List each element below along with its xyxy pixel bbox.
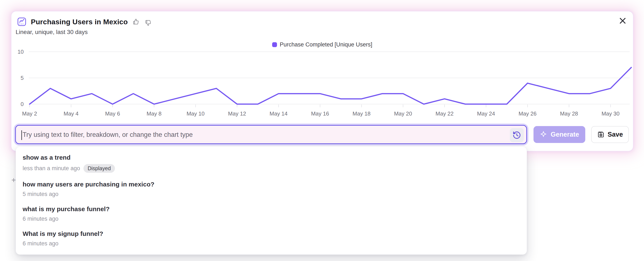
thumbs-down-button[interactable] — [144, 18, 152, 26]
generate-label: Generate — [550, 131, 579, 138]
history-button[interactable] — [510, 128, 524, 142]
history-query: show as a trend — [22, 154, 518, 161]
history-query: What is my signup funnel? — [22, 230, 518, 237]
history-timestamp: 5 minutes ago — [22, 191, 58, 198]
sparkle-icon — [540, 131, 547, 138]
prompt-row: Generate Save — [12, 125, 633, 144]
svg-text:May 20: May 20 — [394, 110, 412, 117]
status-badge: Displayed — [84, 164, 115, 173]
save-icon — [597, 131, 605, 138]
partial-plus-button[interactable]: + — [12, 176, 16, 185]
generate-button[interactable]: Generate — [534, 126, 585, 143]
page-title: Purchasing Users in Mexico — [31, 18, 128, 26]
prompt-input[interactable] — [22, 126, 502, 143]
svg-text:May 14: May 14 — [270, 110, 288, 117]
history-icon — [512, 130, 522, 140]
svg-text:5: 5 — [21, 75, 24, 81]
svg-text:May 12: May 12 — [228, 110, 246, 117]
history-item[interactable]: what is my purchase funnel? 6 minutes ag… — [16, 201, 527, 226]
line-chart: 0510May 2May 4May 6May 8May 10May 12May … — [12, 11, 633, 125]
svg-text:May 30: May 30 — [602, 110, 620, 117]
svg-text:May 18: May 18 — [353, 110, 370, 117]
close-button[interactable]: × — [618, 15, 627, 26]
history-query: how many users are purchasing in mexico? — [22, 181, 518, 188]
svg-text:May 6: May 6 — [105, 110, 120, 117]
prompt-box — [15, 125, 527, 144]
chart-subtitle: Linear, unique, last 30 days — [16, 29, 88, 35]
svg-text:May 26: May 26 — [518, 110, 536, 117]
history-item[interactable]: show as a trend less than a minute ago D… — [16, 150, 527, 177]
history-dropdown: show as a trend less than a minute ago D… — [16, 147, 527, 255]
chart-legend: Purchase Completed [Unique Users] — [12, 41, 633, 48]
svg-text:May 24: May 24 — [477, 110, 495, 117]
svg-text:May 16: May 16 — [311, 110, 329, 117]
svg-text:May 8: May 8 — [147, 110, 162, 117]
history-item[interactable]: how many users are purchasing in mexico?… — [16, 177, 527, 201]
svg-text:May 10: May 10 — [186, 110, 204, 117]
svg-text:May 28: May 28 — [560, 110, 578, 117]
history-query: what is my purchase funnel? — [22, 206, 518, 213]
history-timestamp: 6 minutes ago — [22, 240, 58, 247]
save-button[interactable]: Save — [591, 126, 629, 143]
card-header: Purchasing Users in Mexico — [17, 17, 152, 27]
svg-text:May 4: May 4 — [64, 110, 78, 117]
history-timestamp: less than a minute ago — [22, 165, 80, 172]
thumbs-up-button[interactable] — [132, 18, 140, 26]
thumbs-up-icon — [132, 18, 140, 25]
svg-text:May 22: May 22 — [436, 110, 454, 117]
text-caret — [21, 130, 22, 140]
page: 0510May 2May 4May 6May 8May 10May 12May … — [0, 0, 644, 261]
thumbs-down-icon — [145, 19, 152, 26]
save-label: Save — [608, 131, 623, 138]
history-item[interactable]: What is my signup funnel? 6 minutes ago — [16, 226, 527, 251]
legend-swatch — [272, 42, 277, 47]
history-timestamp: 6 minutes ago — [22, 216, 58, 222]
legend-label: Purchase Completed [Unique Users] — [280, 41, 372, 48]
chart-type-icon — [17, 17, 26, 27]
svg-text:May 2: May 2 — [22, 110, 37, 117]
svg-text:0: 0 — [21, 101, 24, 107]
chart-card: 0510May 2May 4May 6May 8May 10May 12May … — [12, 11, 633, 151]
svg-text:10: 10 — [18, 48, 24, 55]
